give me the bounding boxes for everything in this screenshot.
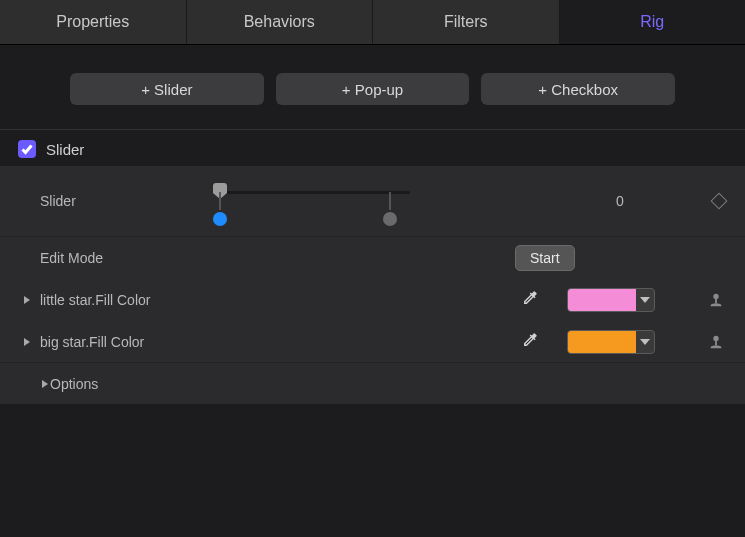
chevron-down-icon[interactable] — [636, 339, 654, 345]
svg-rect-7 — [715, 340, 717, 345]
chevron-down-icon[interactable] — [636, 297, 654, 303]
edit-mode-start-button[interactable]: Start — [515, 245, 575, 271]
slider-value[interactable]: 0 — [565, 193, 675, 209]
svg-marker-4 — [24, 338, 30, 346]
tab-filters[interactable]: Filters — [373, 0, 560, 44]
disclosure-triangle-icon[interactable] — [22, 292, 40, 308]
edit-mode-label: Edit Mode — [40, 250, 220, 266]
check-icon — [21, 143, 33, 155]
slider-panel: Slider 0 Edit Mode Start little star.Fil… — [0, 166, 745, 404]
color-swatch — [568, 289, 636, 311]
widget-title: Slider — [46, 141, 84, 158]
disclosure-triangle-icon[interactable] — [22, 334, 40, 350]
add-popup-button[interactable]: + Pop-up — [276, 73, 470, 105]
tab-properties[interactable]: Properties — [0, 0, 187, 44]
options-label: Options — [50, 376, 725, 392]
animation-menu-icon[interactable] — [707, 291, 725, 309]
edit-mode-row: Edit Mode Start — [0, 236, 745, 278]
keyframe-icon[interactable] — [711, 193, 728, 210]
tab-label: Properties — [56, 13, 129, 31]
svg-marker-8 — [42, 380, 48, 388]
slider-label: Slider — [40, 193, 220, 209]
add-slider-button[interactable]: + Slider — [70, 73, 264, 105]
svg-marker-0 — [24, 296, 30, 304]
tab-behaviors[interactable]: Behaviors — [187, 0, 374, 44]
tab-rig[interactable]: Rig — [560, 0, 746, 44]
svg-marker-1 — [640, 297, 650, 303]
options-row[interactable]: Options — [0, 362, 745, 404]
color-swatch — [568, 331, 636, 353]
svg-rect-3 — [715, 298, 717, 303]
tab-label: Behaviors — [244, 13, 315, 31]
color-well[interactable] — [567, 288, 655, 312]
snapshot-marker-gray[interactable] — [383, 212, 397, 226]
eyedropper-icon[interactable] — [521, 331, 543, 352]
eyedropper-icon[interactable] — [521, 289, 543, 310]
animation-menu-icon[interactable] — [707, 333, 725, 351]
widget-header: Slider — [0, 129, 745, 166]
add-widget-buttons: + Slider + Pop-up + Checkbox — [0, 45, 745, 129]
slider-track — [220, 191, 410, 194]
param-name: little star.Fill Color — [40, 292, 220, 308]
snapshot-marker-blue[interactable] — [213, 212, 227, 226]
tab-bar: Properties Behaviors Filters Rig — [0, 0, 745, 45]
param-row: little star.Fill Color — [0, 278, 745, 320]
slider-row: Slider 0 — [0, 166, 745, 236]
param-name: big star.Fill Color — [40, 334, 220, 350]
color-well[interactable] — [567, 330, 655, 354]
enable-slider-checkbox[interactable] — [18, 140, 36, 158]
param-row: big star.Fill Color — [0, 320, 745, 362]
disclosure-triangle-icon[interactable] — [40, 376, 50, 392]
tab-label: Filters — [444, 13, 488, 31]
svg-marker-5 — [640, 339, 650, 345]
tab-label: Rig — [640, 13, 664, 31]
add-checkbox-button[interactable]: + Checkbox — [481, 73, 675, 105]
slider-control[interactable] — [220, 176, 410, 226]
